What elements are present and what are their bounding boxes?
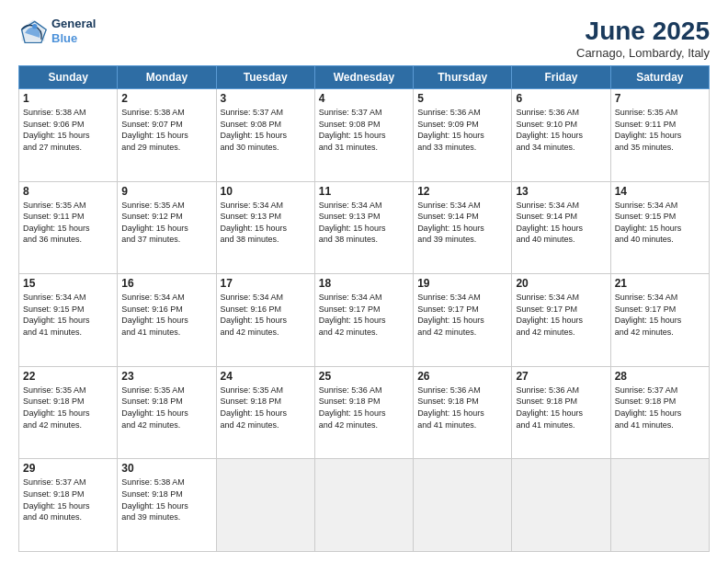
day-info: Sunrise: 5:38 AM Sunset: 9:07 PM Dayligh… [121,107,211,153]
day-info: Sunrise: 5:34 AM Sunset: 9:17 PM Dayligh… [516,292,606,338]
calendar-cell: 4Sunrise: 5:37 AM Sunset: 9:08 PM Daylig… [314,89,413,182]
day-info: Sunrise: 5:34 AM Sunset: 9:14 PM Dayligh… [417,200,507,246]
calendar-title: June 2025 [576,17,710,46]
day-info: Sunrise: 5:35 AM Sunset: 9:18 PM Dayligh… [23,385,113,431]
day-number: 28 [615,370,705,383]
day-number: 11 [319,185,409,198]
day-number: 2 [121,92,211,105]
calendar-cell: 26Sunrise: 5:36 AM Sunset: 9:18 PM Dayli… [414,366,512,459]
day-number: 30 [121,462,211,475]
calendar-cell [314,459,413,552]
calendar-table: SundayMondayTuesdayWednesdayThursdayFrid… [18,65,710,552]
day-info: Sunrise: 5:37 AM Sunset: 9:08 PM Dayligh… [319,107,409,153]
day-number: 27 [516,370,606,383]
calendar-cell: 14Sunrise: 5:34 AM Sunset: 9:15 PM Dayli… [610,181,709,274]
day-info: Sunrise: 5:34 AM Sunset: 9:15 PM Dayligh… [23,292,113,338]
day-info: Sunrise: 5:34 AM Sunset: 9:13 PM Dayligh… [221,200,311,246]
calendar-cell: 28Sunrise: 5:37 AM Sunset: 9:18 PM Dayli… [610,366,709,459]
day-info: Sunrise: 5:35 AM Sunset: 9:11 PM Dayligh… [23,200,113,246]
day-info: Sunrise: 5:35 AM Sunset: 9:18 PM Dayligh… [121,385,211,431]
day-number: 16 [121,277,211,290]
day-number: 13 [516,185,606,198]
day-info: Sunrise: 5:35 AM Sunset: 9:18 PM Dayligh… [221,385,311,431]
calendar-cell: 22Sunrise: 5:35 AM Sunset: 9:18 PM Dayli… [19,366,118,459]
header: General Blue June 2025 Carnago, Lombardy… [18,17,710,60]
weekday-header: Friday [512,66,610,89]
calendar-header-row: SundayMondayTuesdayWednesdayThursdayFrid… [19,66,710,89]
logo: General Blue [18,17,96,46]
calendar-cell: 12Sunrise: 5:34 AM Sunset: 9:14 PM Dayli… [414,181,512,274]
day-info: Sunrise: 5:38 AM Sunset: 9:18 PM Dayligh… [121,477,211,523]
day-number: 8 [23,185,113,198]
day-info: Sunrise: 5:34 AM Sunset: 9:17 PM Dayligh… [319,292,409,338]
day-info: Sunrise: 5:35 AM Sunset: 9:11 PM Dayligh… [615,107,705,153]
calendar-cell: 27Sunrise: 5:36 AM Sunset: 9:18 PM Dayli… [512,366,610,459]
day-info: Sunrise: 5:36 AM Sunset: 9:18 PM Dayligh… [516,385,606,431]
calendar-cell: 15Sunrise: 5:34 AM Sunset: 9:15 PM Dayli… [19,274,118,367]
day-number: 15 [23,277,113,290]
calendar-cell: 3Sunrise: 5:37 AM Sunset: 9:08 PM Daylig… [216,89,314,182]
calendar-cell: 16Sunrise: 5:34 AM Sunset: 9:16 PM Dayli… [118,274,216,367]
calendar-cell: 5Sunrise: 5:36 AM Sunset: 9:09 PM Daylig… [414,89,512,182]
calendar-subtitle: Carnago, Lombardy, Italy [576,46,710,60]
weekday-header: Thursday [414,66,512,89]
calendar-cell: 23Sunrise: 5:35 AM Sunset: 9:18 PM Dayli… [118,366,216,459]
calendar-cell: 24Sunrise: 5:35 AM Sunset: 9:18 PM Dayli… [216,366,314,459]
day-info: Sunrise: 5:36 AM Sunset: 9:18 PM Dayligh… [417,385,507,431]
day-number: 21 [615,277,705,290]
day-info: Sunrise: 5:37 AM Sunset: 9:18 PM Dayligh… [23,477,113,523]
day-number: 29 [23,462,113,475]
calendar-cell: 18Sunrise: 5:34 AM Sunset: 9:17 PM Dayli… [314,274,413,367]
title-block: June 2025 Carnago, Lombardy, Italy [576,17,710,60]
calendar-cell: 13Sunrise: 5:34 AM Sunset: 9:14 PM Dayli… [512,181,610,274]
calendar-cell: 25Sunrise: 5:36 AM Sunset: 9:18 PM Dayli… [314,366,413,459]
day-info: Sunrise: 5:37 AM Sunset: 9:18 PM Dayligh… [615,385,705,431]
weekday-header: Saturday [610,66,709,89]
weekday-header: Monday [118,66,216,89]
day-number: 17 [221,277,311,290]
day-info: Sunrise: 5:34 AM Sunset: 9:14 PM Dayligh… [516,200,606,246]
logo-line2: Blue [51,31,77,45]
calendar-cell: 30Sunrise: 5:38 AM Sunset: 9:18 PM Dayli… [118,459,216,552]
calendar-cell: 17Sunrise: 5:34 AM Sunset: 9:16 PM Dayli… [216,274,314,367]
weekday-header: Tuesday [216,66,314,89]
day-number: 18 [319,277,409,290]
day-info: Sunrise: 5:34 AM Sunset: 9:16 PM Dayligh… [121,292,211,338]
day-number: 3 [221,92,311,105]
calendar-cell [216,459,314,552]
day-info: Sunrise: 5:34 AM Sunset: 9:15 PM Dayligh… [615,200,705,246]
day-number: 6 [516,92,606,105]
weekday-header: Sunday [19,66,118,89]
calendar-cell: 19Sunrise: 5:34 AM Sunset: 9:17 PM Dayli… [414,274,512,367]
day-number: 19 [417,277,507,290]
calendar-cell [414,459,512,552]
day-number: 10 [221,185,311,198]
calendar-cell: 20Sunrise: 5:34 AM Sunset: 9:17 PM Dayli… [512,274,610,367]
calendar-week-row: 1Sunrise: 5:38 AM Sunset: 9:06 PM Daylig… [19,89,710,182]
calendar-cell: 9Sunrise: 5:35 AM Sunset: 9:12 PM Daylig… [118,181,216,274]
logo-line1: General [51,17,96,31]
calendar-cell: 8Sunrise: 5:35 AM Sunset: 9:11 PM Daylig… [19,181,118,274]
day-info: Sunrise: 5:36 AM Sunset: 9:10 PM Dayligh… [516,107,606,153]
svg-point-3 [32,24,37,29]
day-info: Sunrise: 5:34 AM Sunset: 9:16 PM Dayligh… [221,292,311,338]
calendar-week-row: 15Sunrise: 5:34 AM Sunset: 9:15 PM Dayli… [19,274,710,367]
day-number: 25 [319,370,409,383]
day-number: 1 [23,92,113,105]
calendar-cell: 6Sunrise: 5:36 AM Sunset: 9:10 PM Daylig… [512,89,610,182]
day-number: 14 [615,185,705,198]
day-number: 12 [417,185,507,198]
calendar-cell: 10Sunrise: 5:34 AM Sunset: 9:13 PM Dayli… [216,181,314,274]
day-number: 20 [516,277,606,290]
calendar-cell: 7Sunrise: 5:35 AM Sunset: 9:11 PM Daylig… [610,89,709,182]
day-number: 5 [417,92,507,105]
day-info: Sunrise: 5:34 AM Sunset: 9:17 PM Dayligh… [417,292,507,338]
calendar-cell [512,459,610,552]
weekday-header: Wednesday [314,66,413,89]
calendar-cell: 2Sunrise: 5:38 AM Sunset: 9:07 PM Daylig… [118,89,216,182]
calendar-week-row: 29Sunrise: 5:37 AM Sunset: 9:18 PM Dayli… [19,459,710,552]
day-number: 4 [319,92,409,105]
calendar-cell: 29Sunrise: 5:37 AM Sunset: 9:18 PM Dayli… [19,459,118,552]
day-number: 23 [121,370,211,383]
day-info: Sunrise: 5:37 AM Sunset: 9:08 PM Dayligh… [221,107,311,153]
